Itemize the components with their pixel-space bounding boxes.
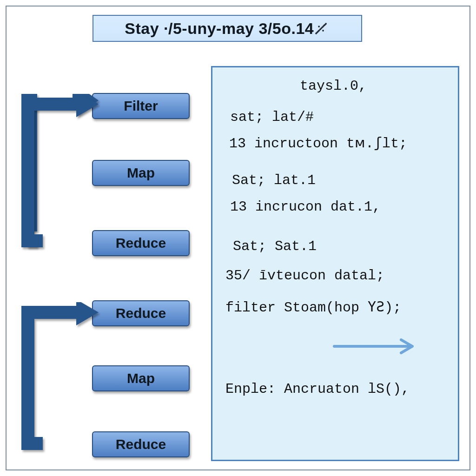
op-label: Filter <box>124 98 158 114</box>
code-line-6: Sat; Sat.1 <box>225 239 450 254</box>
code-line-4: Sat; lat.1 <box>225 173 450 188</box>
op-box-reduce: Reduce <box>92 230 190 256</box>
svg-rect-6 <box>21 306 34 450</box>
op-box-reduce-3: Reduce <box>92 431 190 457</box>
title-text: Stay ·/5-uny-may 3/5o.14⸓ <box>125 20 330 38</box>
op-label: Reduce <box>116 436 166 452</box>
op-box-map: Map <box>92 160 190 186</box>
op-box-filter: Filter <box>92 93 190 119</box>
code-panel: taysl.0, sat; lat/# 13 incructoon tᴍ.ʃlt… <box>211 66 459 461</box>
op-box-map-2: Map <box>92 365 190 391</box>
svg-rect-0 <box>21 98 76 111</box>
title-bar: Stay ·/5-uny-may 3/5o.14⸓ <box>93 15 362 42</box>
op-label: Reduce <box>116 305 166 321</box>
op-label: Reduce <box>116 235 166 251</box>
op-label: Map <box>127 165 155 181</box>
op-box-reduce-2: Reduce <box>92 300 190 326</box>
code-line-3: 13 incructoon tᴍ.ʃlt; <box>225 136 450 152</box>
code-line-5: 13 incrucon dat.1, <box>225 199 450 215</box>
code-line-8: filter Stoam(hop ҮƧ); <box>225 300 450 316</box>
arrow-right-icon <box>332 337 425 356</box>
code-line-1: taysl.0, <box>225 79 450 94</box>
svg-rect-4 <box>21 306 76 319</box>
flow-arrow-2 <box>21 302 100 460</box>
code-line-2: sat; lat/# <box>225 110 450 125</box>
diagram-frame: Stay ·/5-uny-may 3/5o.14⸓ Filter Map Red… <box>6 6 470 470</box>
svg-rect-2 <box>21 98 34 247</box>
svg-rect-7 <box>21 437 43 450</box>
svg-rect-3 <box>21 234 43 247</box>
code-line-9: Enple: Ancruaton lS(), <box>225 382 450 397</box>
op-label: Map <box>127 370 155 386</box>
inner-arrow-row <box>225 336 450 357</box>
flow-arrow-1 <box>21 94 100 257</box>
code-line-7: 35/ īvteucon datal; <box>225 268 450 284</box>
